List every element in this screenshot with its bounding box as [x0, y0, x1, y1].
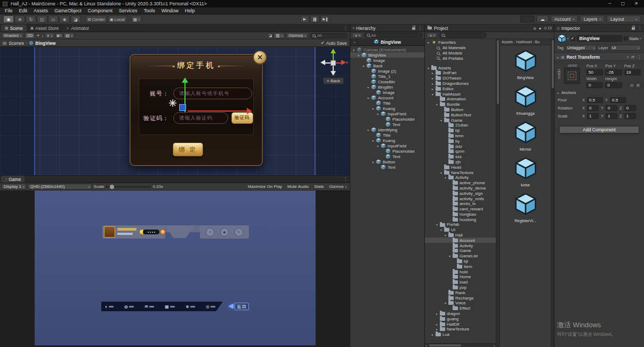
expand-arrow[interactable]: ▾	[426, 41, 431, 44]
project-row-bmn[interactable]: bmn	[425, 133, 496, 139]
hierarchy-row-bingbtn[interactable]: ▾BingBtn	[350, 84, 424, 90]
breadcrumb-bu[interactable]: Bu	[535, 40, 540, 44]
blueprint-mode-button[interactable]: ▭	[629, 83, 634, 88]
display-dropdown[interactable]: Display 1▾	[2, 184, 26, 190]
layer-dropdown[interactable]: UI▾	[610, 45, 641, 51]
scale-slider[interactable]	[106, 186, 151, 187]
gizmo-center-cube[interactable]	[331, 60, 336, 66]
hud-tasks-button[interactable]: ▦	[165, 304, 175, 309]
hud-back-button[interactable]: 返回	[235, 303, 249, 310]
breadcrumb-bingview[interactable]: BingView	[35, 41, 55, 46]
project-row-bundle[interactable]: ▾Bundle	[425, 102, 496, 107]
expand-arrow[interactable]: ▸	[434, 327, 439, 331]
scenes-stack-icon[interactable]: ▤	[3, 41, 7, 45]
hud-gift-button[interactable]: ◆	[220, 228, 229, 236]
panel-menu-icon[interactable]: ⋮	[638, 26, 642, 30]
project-row-ui[interactable]: ▾UI	[425, 227, 496, 233]
rect-tool-button[interactable]: ▭	[48, 15, 59, 23]
hierarchy-row-kuang[interactable]: ▾Kuang	[350, 106, 424, 111]
tab-asset-store[interactable]: ▣Asset Store	[27, 25, 63, 31]
scale-y-field[interactable]: 1	[606, 113, 617, 119]
pivot-local-button[interactable]: ◉Local	[108, 15, 127, 23]
menu-services[interactable]: Services	[116, 8, 141, 13]
project-row-card-reward[interactable]: card_reward	[425, 207, 496, 212]
expand-arrow[interactable]: ▾	[371, 139, 375, 143]
project-row-editor[interactable]: ▸Editor	[425, 86, 496, 91]
game-gizmos-dropdown[interactable]: Gizmos▾	[327, 184, 348, 189]
effects-dropdown[interactable]: ◐▾	[45, 33, 54, 38]
project-row-voice[interactable]: ▾Voice	[425, 301, 496, 306]
panel-menu-icon[interactable]: ⋮	[418, 26, 422, 30]
expand-arrow[interactable]: ▸	[434, 312, 439, 316]
project-row-anniu-tx[interactable]: anniu_tx	[425, 201, 496, 207]
project-row-animation[interactable]: Animation	[425, 97, 496, 102]
hierarchy-row-text[interactable]: Text	[350, 122, 424, 127]
rotation-x-field[interactable]: 0	[587, 105, 599, 111]
scrollbar-thumb[interactable]	[497, 40, 499, 104]
project-row-activity-dema[interactable]: activity_dema	[425, 186, 496, 191]
hud-settings-button[interactable]: ◎	[206, 304, 215, 309]
anchor-preset-widget[interactable]: center middle	[558, 64, 583, 88]
expand-arrow[interactable]: ▸	[430, 82, 435, 85]
raw-edit-button[interactable]: R	[635, 83, 641, 88]
panel-menu-icon[interactable]: ⋮	[343, 177, 348, 182]
grid-snap-button[interactable]: ▦▾	[131, 15, 142, 23]
hierarchy-row-image-2[interactable]: Image (2)	[350, 68, 424, 74]
transform-tool-button[interactable]: ◈	[59, 15, 70, 23]
close-icon[interactable]: ✕	[634, 0, 638, 7]
hierarchy-row-button[interactable]: ▾Button	[350, 159, 424, 164]
confirm-bind-button[interactable]: 绑 定	[173, 143, 203, 156]
autosave-checkbox[interactable]: ✔	[321, 41, 325, 45]
project-row-item[interactable]: Item	[425, 264, 496, 269]
pivot-x-field[interactable]: 0.5	[587, 97, 603, 103]
project-row-zjh[interactable]: zjh	[425, 160, 496, 165]
expand-arrow[interactable]: ▾	[356, 53, 361, 57]
project-search-input[interactable]	[439, 33, 487, 38]
active-checkbox[interactable]: ✔	[570, 36, 575, 41]
expand-arrow[interactable]: ▾	[443, 301, 448, 305]
expand-arrow[interactable]: ▸	[430, 87, 435, 91]
project-row-hall[interactable]: ▾Hall	[425, 233, 496, 238]
project-row-ddz[interactable]: ddz	[425, 144, 496, 149]
hierarchy-row-canvas-environment[interactable]: ▾Canvas (Environment)	[350, 47, 424, 52]
project-row-active-phone[interactable]: active_phone	[425, 180, 496, 186]
expand-arrow[interactable]: ▾	[371, 107, 375, 111]
hierarchy-row-image[interactable]: Image	[350, 90, 424, 95]
code-input[interactable]: 请输入验证码	[173, 112, 228, 124]
hierarchy-row-closebtn[interactable]: CloseBtn	[350, 79, 424, 84]
scrollbar-thumb[interactable]	[429, 344, 461, 346]
hierarchy-row-back[interactable]: ▾Back	[350, 63, 424, 68]
expand-arrow[interactable]: ▾	[447, 254, 452, 258]
lock-icon[interactable]	[412, 27, 415, 30]
expand-arrow[interactable]: ▾	[375, 144, 380, 148]
hierarchy-row-placeholder[interactable]: Placeholder	[350, 148, 424, 154]
lock-icon[interactable]	[632, 27, 635, 30]
expand-arrow[interactable]: ▾	[443, 233, 448, 237]
scene-viewport[interactable]: ◆ 绑定手机 ◆ ✕ 账号： 请输入账号或手机号 验证码：	[0, 47, 350, 175]
inspector-title[interactable]: Inspector	[561, 26, 580, 31]
project-row-button[interactable]: Button	[425, 107, 496, 113]
project-row-load[interactable]: load	[425, 280, 496, 285]
expand-arrow[interactable]: ▾	[439, 228, 444, 232]
neg-y-axis-cone[interactable]	[331, 71, 336, 76]
anchors-foldout[interactable]: ▸Anchors	[558, 90, 641, 95]
hierarchy-row-title-1[interactable]: Title_1	[350, 74, 424, 79]
mute-audio-button[interactable]: Mute Audio	[286, 184, 310, 189]
hierarchy-row-text[interactable]: Text	[350, 164, 424, 170]
lighting-icon[interactable]: ☀	[36, 34, 39, 38]
asset-item-bingview[interactable]: BingView	[502, 49, 549, 80]
rotation-z-field[interactable]: 0	[624, 105, 636, 111]
project-row-recharge[interactable]: Recharge	[425, 295, 496, 301]
project-row-hold[interactable]: hold	[425, 269, 496, 274]
project-row-buttontext[interactable]: ButtonText	[425, 112, 496, 117]
project-row-prefab[interactable]: ▾Prefab	[425, 222, 496, 227]
gizmos-dropdown[interactable]: Gizmos▾	[286, 33, 308, 38]
hand-tool-button[interactable]: ◉	[3, 15, 14, 23]
asset-pane-scrollbar[interactable]	[551, 39, 554, 347]
move-tool-button[interactable]: ⊕	[14, 15, 25, 23]
expand-arrow[interactable]: ▾	[443, 176, 448, 179]
project-row-dragon[interactable]: ▸dragon	[425, 311, 496, 317]
step-button[interactable]: ▶	[320, 15, 329, 23]
vcs-icon[interactable]: ◍	[533, 26, 536, 30]
hierarchy-title[interactable]: Hierarchy	[356, 26, 375, 31]
